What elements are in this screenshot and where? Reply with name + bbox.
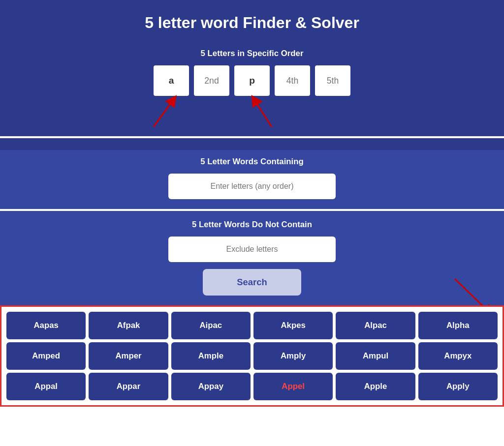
- letter-box-2[interactable]: [194, 65, 229, 96]
- word-button[interactable]: Apply: [418, 373, 498, 400]
- word-button[interactable]: Appal: [6, 373, 86, 400]
- donotcontain-label: 5 Letter Words Do Not Contain: [10, 220, 494, 230]
- top-section: 5 letter word Finder & Solver 5 Letters …: [0, 0, 504, 150]
- letter-box-4[interactable]: [275, 65, 310, 96]
- words-grid: AapasAfpakAipacAkpesAlpacAlphaAmpedAmper…: [6, 312, 498, 400]
- word-button[interactable]: Aipac: [171, 312, 251, 339]
- word-button[interactable]: Afpak: [89, 312, 168, 339]
- word-button[interactable]: Akpes: [253, 312, 333, 339]
- search-button[interactable]: Search: [203, 269, 301, 296]
- letter-box-5[interactable]: [315, 65, 350, 96]
- word-button[interactable]: Ampyx: [418, 342, 498, 370]
- page-title: 5 letter word Finder & Solver: [10, 9, 494, 41]
- containing-label: 5 Letter Words Containing: [10, 157, 494, 167]
- letter-boxes-container: [10, 65, 494, 96]
- containing-input[interactable]: [168, 174, 336, 199]
- word-button[interactable]: Amper: [89, 342, 168, 370]
- word-button[interactable]: Appel: [253, 373, 333, 400]
- letter-box-3[interactable]: [234, 65, 270, 96]
- word-button[interactable]: Appay: [171, 373, 251, 400]
- specific-order-label: 5 Letters in Specific Order: [10, 49, 494, 59]
- word-button[interactable]: Appar: [89, 373, 168, 400]
- word-button[interactable]: Amply: [253, 342, 333, 370]
- word-button[interactable]: Amped: [6, 342, 86, 370]
- exclude-input[interactable]: [168, 237, 336, 262]
- word-button[interactable]: Ample: [171, 342, 251, 370]
- word-button[interactable]: Alpac: [336, 312, 415, 339]
- word-button[interactable]: Apple: [336, 373, 415, 400]
- letter-box-1[interactable]: [154, 65, 189, 96]
- mid-section: 5 Letter Words Containing: [0, 150, 504, 209]
- word-button[interactable]: Ampul: [336, 342, 415, 370]
- bottom-section: 5 Letter Words Do Not Contain Search: [0, 209, 504, 305]
- divider-1: [0, 136, 504, 138]
- results-section: AapasAfpakAipacAkpesAlpacAlphaAmpedAmper…: [0, 305, 504, 407]
- word-button[interactable]: Alpha: [418, 312, 498, 339]
- word-button[interactable]: Aapas: [6, 312, 86, 339]
